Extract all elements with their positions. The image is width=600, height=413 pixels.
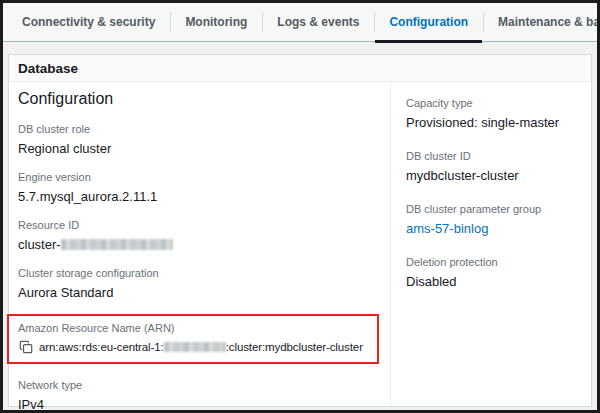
field-engine-version: Engine version 5.7.mysql_aurora.2.11.1 — [18, 170, 382, 205]
field-network-type: Network type IPv4 — [18, 378, 382, 413]
tab-connectivity-and-security[interactable]: Connectivity & security — [7, 3, 170, 41]
field-value: Aurora Standard — [18, 284, 382, 301]
panel-title: Database — [18, 61, 582, 76]
database-panel: Database Configuration DB cluster role R… — [8, 54, 592, 407]
copy-icon[interactable] — [18, 339, 33, 354]
field-label: Deletion protection — [406, 255, 583, 269]
rds-database-configuration-screen: Connectivity & security Monitoring Logs … — [0, 0, 600, 413]
field-resource-id: Resource ID cluster- — [18, 218, 382, 253]
tab-maintenance-and-backups[interactable]: Maintenance & backups — [483, 3, 600, 41]
resource-id-prefix: cluster- — [18, 237, 61, 252]
tab-monitoring[interactable]: Monitoring — [170, 3, 262, 41]
field-value: Provisioned: single-master — [406, 114, 583, 131]
field-value: Disabled — [406, 273, 583, 290]
arn-suffix: :cluster:mydbcluster-cluster — [226, 341, 363, 353]
arn-prefix: arn:aws:rds:eu-central-1: — [39, 341, 164, 353]
field-label: Network type — [18, 378, 382, 392]
tab-logs-and-events[interactable]: Logs & events — [262, 3, 374, 41]
tab-bar: Connectivity & security Monitoring Logs … — [3, 3, 597, 42]
tab-configuration[interactable]: Configuration — [374, 3, 483, 41]
field-cluster-storage-configuration: Cluster storage configuration Aurora Sta… — [18, 266, 382, 301]
field-label: DB cluster role — [18, 122, 382, 136]
field-capacity-type: Capacity type Provisioned: single-master — [406, 96, 583, 131]
field-value: 5.7.mysql_aurora.2.11.1 — [18, 188, 382, 205]
field-label: Engine version — [18, 170, 382, 184]
field-value: Regional cluster — [18, 140, 382, 157]
redacted-resource-id — [61, 239, 173, 250]
field-value: IPv4 — [18, 396, 382, 413]
field-deletion-protection: Deletion protection Disabled — [406, 255, 583, 290]
field-label: Capacity type — [406, 96, 583, 110]
field-label: Amazon Resource Name (ARN) — [18, 321, 375, 335]
field-label: DB cluster parameter group — [406, 202, 583, 216]
field-db-cluster-role: DB cluster role Regional cluster — [18, 122, 382, 157]
database-panel-header: Database — [9, 55, 591, 82]
section-title-configuration: Configuration — [18, 90, 382, 108]
field-label: Resource ID — [18, 218, 382, 232]
database-panel-body: Configuration DB cluster role Regional c… — [9, 82, 591, 406]
parameter-group-link[interactable]: ams-57-binlog — [406, 221, 488, 236]
page-content: Database Configuration DB cluster role R… — [3, 42, 597, 412]
field-label: Cluster storage configuration — [18, 266, 382, 280]
field-arn-highlighted: Amazon Resource Name (ARN) arn:aws:rds:e… — [7, 314, 379, 364]
field-value: cluster- — [18, 236, 382, 253]
arn-value-row: arn:aws:rds:eu-central-1::cluster:mydbcl… — [18, 339, 375, 354]
field-db-cluster-parameter-group: DB cluster parameter group ams-57-binlog — [406, 202, 583, 237]
field-label: DB cluster ID — [406, 149, 583, 163]
redacted-account-id — [164, 342, 226, 352]
field-value: mydbcluster-cluster — [406, 167, 583, 184]
field-db-cluster-id: DB cluster ID mydbcluster-cluster — [406, 149, 583, 184]
arn-value: arn:aws:rds:eu-central-1::cluster:mydbcl… — [39, 341, 363, 353]
configuration-column: Configuration DB cluster role Regional c… — [9, 82, 391, 406]
details-column: Capacity type Provisioned: single-master… — [391, 82, 591, 406]
